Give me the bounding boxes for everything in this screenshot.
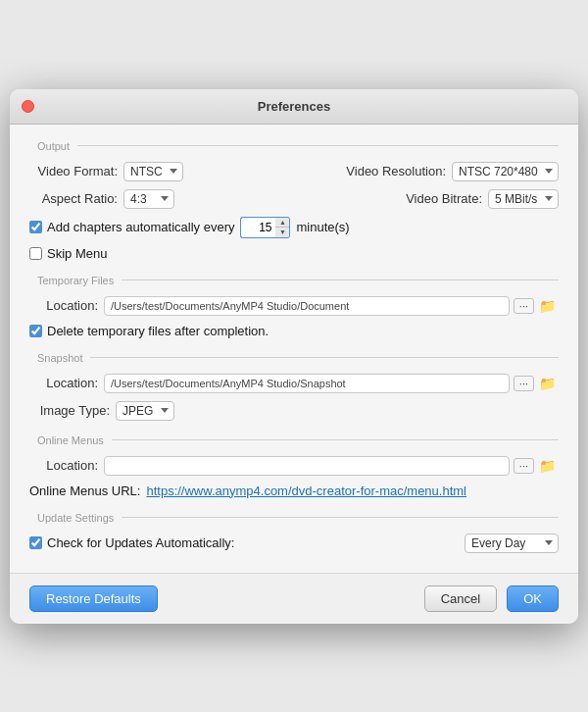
restore-defaults-button[interactable]: Restore Defaults xyxy=(29,585,158,612)
aspect-ratio-bitrate-row: Aspect Ratio: 4:3 16:9 Video Bitrate: 5 … xyxy=(29,189,559,209)
output-section: Output Video Format: NTSC PAL Video Reso… xyxy=(29,140,559,261)
online-menus-url-link[interactable]: https://www.anymp4.com/dvd-creator-for-m… xyxy=(146,483,466,498)
skip-menu-label: Skip Menu xyxy=(47,246,107,261)
titlebar: Preferences xyxy=(10,89,578,125)
snapshot-location-label: Location: xyxy=(29,376,98,390)
skip-menu-row: Skip Menu xyxy=(29,246,559,261)
update-check-row: Check for Updates Automatically: Every D… xyxy=(29,534,559,553)
temp-location-input[interactable] xyxy=(104,296,510,316)
aspect-ratio-label: Aspect Ratio: xyxy=(29,191,118,206)
add-chapters-checkbox[interactable] xyxy=(29,221,42,233)
snapshot-location-row: Location: ··· 📁 xyxy=(29,374,559,393)
image-type-row: Image Type: JPEG PNG BMP xyxy=(29,401,559,421)
temp-folder-button[interactable]: 📁 xyxy=(536,296,559,316)
chapters-suffix: minute(s) xyxy=(296,220,349,234)
update-settings-section: Update Settings Check for Updates Automa… xyxy=(29,512,559,553)
close-button[interactable] xyxy=(22,100,34,113)
update-check-label: Check for Updates Automatically: xyxy=(47,535,234,550)
online-menus-header: Online Menus xyxy=(29,434,559,446)
add-chapters-label: Add chapters automatically every xyxy=(47,220,234,234)
snapshot-header: Snapshot xyxy=(29,352,559,364)
temp-ellipsis-button[interactable]: ··· xyxy=(514,298,534,314)
temp-location-label: Location: xyxy=(29,298,98,313)
online-menus-location-label: Location: xyxy=(29,458,98,473)
temp-files-section: Temporary Files Location: ··· 📁 Delete t… xyxy=(29,275,559,338)
image-type-label: Image Type: xyxy=(29,403,110,418)
temp-files-title: Temporary Files xyxy=(29,275,122,286)
video-bitrate-label: Video Bitrate: xyxy=(376,191,482,206)
update-check-checkbox[interactable] xyxy=(29,536,42,549)
preferences-window: Preferences Output Video Format: NTSC PA… xyxy=(10,89,578,624)
image-type-select[interactable]: JPEG PNG BMP xyxy=(116,401,174,421)
update-frequency-select[interactable]: Every Day Every Week Every Month xyxy=(465,534,559,553)
output-divider-line xyxy=(77,145,559,146)
temp-files-header: Temporary Files xyxy=(29,275,559,286)
skip-menu-checkbox[interactable] xyxy=(29,247,42,260)
output-section-title: Output xyxy=(29,140,77,152)
snapshot-folder-button[interactable]: 📁 xyxy=(536,374,559,393)
video-format-resolution-row: Video Format: NTSC PAL Video Resolution:… xyxy=(29,162,559,181)
delete-temp-label: Delete temporary files after completion. xyxy=(47,324,269,338)
online-menus-location-input[interactable] xyxy=(104,456,510,476)
online-menus-url-row: Online Menus URL: https://www.anymp4.com… xyxy=(29,483,559,498)
video-bitrate-select[interactable]: 5 MBit/s 8 MBit/s xyxy=(488,189,559,209)
snapshot-location-input[interactable] xyxy=(104,374,510,393)
main-content: Output Video Format: NTSC PAL Video Reso… xyxy=(10,125,578,573)
chapters-input-wrapper: ▲ ▼ xyxy=(240,217,290,238)
snapshot-section: Snapshot Location: ··· 📁 Image Type: JPE… xyxy=(29,352,559,421)
temp-files-divider xyxy=(122,280,559,280)
chapters-spinner-down[interactable]: ▼ xyxy=(275,228,289,237)
chapters-spinner-up[interactable]: ▲ xyxy=(275,218,289,228)
update-settings-title: Update Settings xyxy=(29,512,122,524)
online-menus-title: Online Menus xyxy=(29,434,112,446)
delete-temp-checkbox[interactable] xyxy=(29,325,42,337)
online-menus-url-label: Online Menus URL: xyxy=(29,483,140,498)
update-settings-divider xyxy=(122,517,559,518)
update-settings-header: Update Settings xyxy=(29,512,559,524)
video-format-select[interactable]: NTSC PAL xyxy=(123,162,183,181)
snapshot-divider xyxy=(90,357,559,358)
video-resolution-label: Video Resolution: xyxy=(340,164,446,178)
online-menus-location-row: Location: ··· 📁 xyxy=(29,456,559,476)
output-section-header: Output xyxy=(29,140,559,152)
chapters-input[interactable] xyxy=(240,217,275,238)
online-menus-folder-button[interactable]: 📁 xyxy=(536,456,559,476)
cancel-button[interactable]: Cancel xyxy=(424,585,497,612)
video-resolution-select[interactable]: NTSC 720*480 xyxy=(452,162,559,181)
chapters-spinner: ▲ ▼ xyxy=(275,217,290,238)
temp-location-row: Location: ··· 📁 xyxy=(29,296,559,316)
footer: Restore Defaults Cancel OK xyxy=(10,573,578,624)
add-chapters-row: Add chapters automatically every ▲ ▼ min… xyxy=(29,217,559,238)
online-menus-divider xyxy=(112,439,559,440)
ok-button[interactable]: OK xyxy=(507,585,559,612)
footer-right-buttons: Cancel OK xyxy=(424,585,559,612)
online-menus-ellipsis-button[interactable]: ··· xyxy=(514,458,534,474)
snapshot-title: Snapshot xyxy=(29,352,90,364)
delete-temp-row: Delete temporary files after completion. xyxy=(29,324,559,338)
window-title: Preferences xyxy=(258,99,330,114)
video-format-label: Video Format: xyxy=(29,164,118,178)
snapshot-ellipsis-button[interactable]: ··· xyxy=(514,376,534,391)
aspect-ratio-select[interactable]: 4:3 16:9 xyxy=(123,189,174,209)
online-menus-section: Online Menus Location: ··· 📁 Online Menu… xyxy=(29,434,559,498)
